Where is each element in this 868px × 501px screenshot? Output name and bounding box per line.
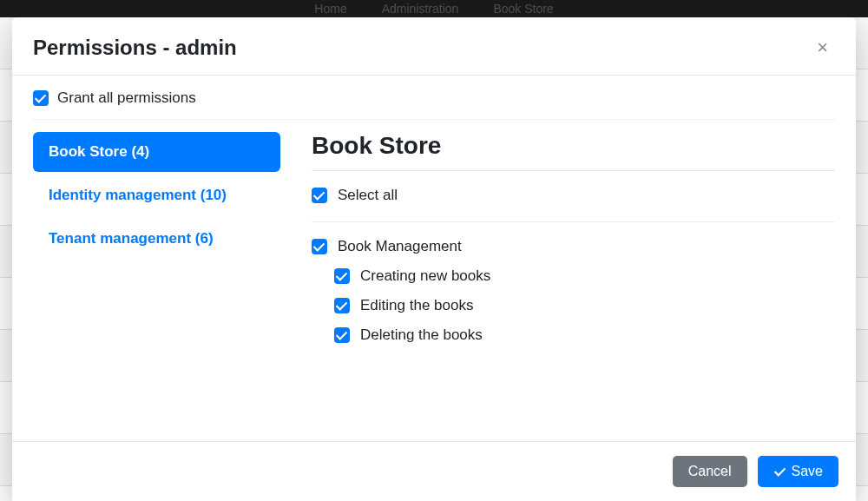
permission-group-tabs: Book Store (4) Identity management (10) …: [33, 132, 280, 356]
top-navbar: Home Administration Book Store: [0, 0, 868, 17]
permission-label: Editing the books: [360, 297, 473, 314]
tab-tenant-management[interactable]: Tenant management (6): [33, 219, 280, 259]
tab-identity-management[interactable]: Identity management (10): [33, 175, 280, 215]
permission-content: Book Store Select all Book Management Cr…: [312, 132, 835, 356]
permission-label: Book Management: [338, 238, 462, 255]
modal-body: Grant all permissions Book Store (4) Ide…: [12, 76, 856, 441]
modal-footer: Cancel Save: [12, 441, 856, 501]
cancel-button-label: Cancel: [688, 464, 732, 479]
grant-all-row: Grant all permissions: [33, 89, 835, 120]
nav-store[interactable]: Book Store: [493, 2, 553, 16]
permission-checkbox[interactable]: [312, 239, 327, 254]
select-all-label: Select all: [338, 187, 398, 204]
modal-header: Permissions - admin ×: [12, 17, 856, 76]
permission-item-deleting: Deleting the books: [334, 326, 835, 344]
permission-checkbox[interactable]: [334, 327, 350, 343]
save-button-label: Save: [792, 464, 823, 479]
permission-item-creating: Creating new books: [334, 267, 835, 285]
permission-label: Deleting the books: [360, 326, 483, 344]
permission-item-editing: Editing the books: [334, 297, 835, 314]
select-all-checkbox[interactable]: [312, 188, 327, 203]
close-icon: ×: [817, 36, 828, 58]
permission-checkbox[interactable]: [334, 298, 350, 313]
select-all-row: Select all: [312, 187, 835, 222]
body-columns: Book Store (4) Identity management (10) …: [33, 132, 835, 356]
grant-all-checkbox[interactable]: [33, 90, 49, 106]
permission-label: Creating new books: [360, 267, 490, 285]
cancel-button[interactable]: Cancel: [673, 456, 747, 487]
permission-checkbox[interactable]: [334, 268, 350, 284]
nav-home[interactable]: Home: [314, 2, 346, 16]
content-title: Book Store: [312, 132, 835, 171]
grant-all-label: Grant all permissions: [57, 89, 196, 107]
modal-title: Permissions - admin: [33, 36, 237, 60]
save-button[interactable]: Save: [758, 456, 838, 487]
nav-admin[interactable]: Administration: [382, 2, 459, 16]
permissions-modal: Permissions - admin × Grant all permissi…: [12, 17, 856, 501]
check-icon: [773, 465, 786, 478]
close-button[interactable]: ×: [810, 35, 835, 61]
permission-item-book-management: Book Management: [312, 238, 835, 255]
tab-book-store[interactable]: Book Store (4): [33, 132, 280, 172]
